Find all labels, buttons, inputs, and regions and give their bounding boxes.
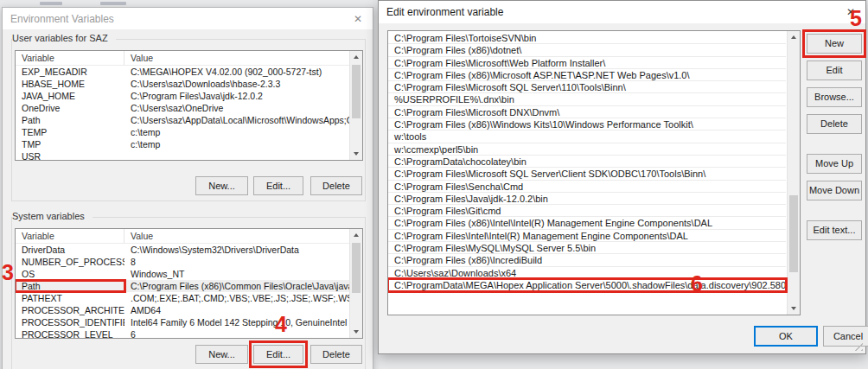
table-row[interactable]: NUMBER_OF_PROCESSORS 8	[16, 256, 362, 268]
edit-environment-variable-dialog: Edit environment variable ✕ C:\Program F…	[378, 0, 866, 354]
system-variables-table: Variable Value DriverData C:\Windows\Sys…	[15, 228, 363, 339]
annotation-step-6: 6	[691, 271, 703, 296]
table-row[interactable]: PATHEXT .COM;.EXE;.BAT;.CMD;.VBS;.VBE;.J…	[16, 292, 362, 304]
variable-cell: PROCESSOR_LEVEL	[16, 329, 124, 339]
table-row[interactable]: DriverData C:\Windows\System32\Drivers\D…	[16, 244, 362, 256]
value-cell: C:\Program Files (x86)\Common Files\Orac…	[124, 281, 362, 291]
scrollbar[interactable]	[349, 229, 362, 338]
scrollbar-thumb[interactable]	[352, 243, 361, 293]
path-item[interactable]: C:\Program Files\Sencha\Cmd	[388, 181, 786, 193]
table-row[interactable]: PROCESSOR_ARCHITECTU... AMD64	[16, 304, 362, 316]
new-user-variable-button[interactable]: New...	[195, 176, 248, 195]
column-header-variable[interactable]: Variable	[16, 51, 124, 65]
table-row[interactable]: Path C:\Users\saz\AppData\Local\Microsof…	[16, 114, 362, 126]
variable-cell: EXP_MEGADIR	[16, 67, 124, 77]
value-cell: Intel64 Family 6 Model 142 Stepping 10, …	[124, 317, 362, 328]
value-cell: AMD64	[124, 305, 362, 315]
path-item[interactable]: C:\Program Files (x86)\IncrediBuild	[388, 254, 786, 266]
edit-system-variable-button[interactable]: Edit...	[253, 345, 303, 364]
value-cell: c:\temp	[124, 127, 362, 137]
table-row[interactable]: JAVA_HOME C:\Program Files\Java\jdk-12.0…	[16, 90, 362, 102]
scroll-up-icon[interactable]	[350, 229, 362, 241]
value-cell: Windows_NT	[124, 269, 362, 279]
value-cell: c:\temp	[124, 139, 362, 150]
variable-cell: OneDrive	[16, 103, 124, 113]
edit-button[interactable]: Edit	[807, 60, 862, 80]
scroll-up-icon[interactable]	[788, 31, 800, 43]
table-row[interactable]: EXP_MEGADIR C:\MEGA\HOPEX V4.02.00 (902_…	[16, 66, 362, 78]
scrollbar[interactable]	[787, 31, 800, 315]
table-row[interactable]: OneDrive C:\Users\saz\OneDrive	[16, 102, 362, 114]
path-item[interactable]: w:\tools	[388, 130, 786, 143]
value-cell: .COM;.EXE;.BAT;.CMD;.VBS;.VBE;.JS;.JSE;.…	[124, 293, 362, 303]
table-row[interactable]: USR	[16, 150, 362, 161]
variable-cell: NUMBER_OF_PROCESSORS	[16, 257, 124, 267]
table-header: Variable Value	[16, 229, 362, 244]
new-system-variable-button[interactable]: New...	[195, 345, 248, 364]
path-item[interactable]: C:\Program Files\Intel\Intel(R) Manageme…	[388, 230, 786, 242]
delete-system-variable-button[interactable]: Delete	[310, 345, 362, 364]
path-item[interactable]: C:\Program Files\TortoiseSVN\bin	[388, 32, 786, 44]
scrollbar-thumb[interactable]	[789, 195, 798, 272]
table-row[interactable]: Path C:\Program Files (x86)\Common Files…	[16, 280, 362, 292]
annotation-step-5: 5	[850, 6, 862, 31]
column-header-value[interactable]: Value	[124, 229, 362, 243]
delete-button[interactable]: Delete	[807, 114, 862, 134]
edit-text-button[interactable]: Edit text...	[807, 220, 862, 240]
variable-cell: PROCESSOR_ARCHITECTU...	[16, 305, 124, 315]
variable-cell: JAVA_HOME	[16, 91, 124, 101]
table-row[interactable]: TMP c:\temp	[16, 138, 362, 150]
move-up-button[interactable]: Move Up	[807, 154, 862, 174]
path-item[interactable]: C:\Program Files\Java\jdk-12.0.2\bin	[388, 193, 786, 205]
edit-user-variable-button[interactable]: Edit...	[253, 176, 303, 195]
table-row[interactable]: PROCESSOR_IDENTIFIER Intel64 Family 6 Mo…	[16, 316, 362, 328]
close-icon[interactable]: ✕	[343, 13, 373, 25]
variable-cell: HBASE_HOME	[16, 79, 124, 89]
path-item[interactable]: C:\Program Files (x86)\dotnet\	[388, 44, 786, 56]
path-item[interactable]: C:\Program Files\Git\cmd	[388, 205, 786, 217]
value-cell: 8	[124, 257, 362, 267]
path-item[interactable]: w:\ccmexp\perl5\bin	[388, 143, 786, 156]
scrollbar[interactable]	[349, 51, 362, 160]
path-item[interactable]: %USERPROFILE%\.dnx\bin	[388, 93, 786, 105]
scroll-down-icon[interactable]	[350, 148, 362, 160]
path-item[interactable]: C:\Program Files\Microsoft SQL Server\Cl…	[388, 168, 786, 180]
value-cell: C:\Program Files\Java\jdk-12.0.2	[124, 91, 362, 101]
path-item[interactable]: C:\Program Files (x86)\Windows Kits\10\W…	[388, 118, 786, 130]
delete-user-variable-button[interactable]: Delete	[310, 176, 362, 195]
path-item[interactable]: C:\ProgramData\MEGA\Hopex Application Se…	[388, 279, 786, 291]
new-button[interactable]: New	[807, 34, 862, 54]
path-item[interactable]: C:\Program Files (x86)\Intel\Intel(R) Ma…	[388, 217, 786, 229]
column-header-value[interactable]: Value	[124, 51, 362, 65]
table-row[interactable]: PROCESSOR_LEVEL 6	[16, 328, 362, 339]
path-item[interactable]: C:\Program Files\Microsoft SQL Server\11…	[388, 81, 786, 93]
column-header-variable[interactable]: Variable	[16, 229, 124, 243]
background-window-fragment	[40, 2, 62, 5]
table-row[interactable]: OS Windows_NT	[16, 268, 362, 280]
annotation-step-4: 4	[275, 312, 287, 337]
value-cell: C:\Users\saz\AppData\Local\Microsoft\Win…	[124, 115, 362, 125]
path-item[interactable]: C:\Program Files (x86)\Microsoft ASP.NET…	[388, 69, 786, 81]
path-item[interactable]: C:\ProgramData\chocolatey\bin	[388, 156, 786, 168]
path-item[interactable]: C:\Program Files\Microsoft DNX\Dnvm\	[388, 106, 786, 118]
environment-variables-dialog: Environment Variables ✕ User variables f…	[2, 7, 373, 369]
path-item[interactable]: C:\Users\saz\Downloads\x64	[388, 267, 786, 279]
ok-button[interactable]: OK	[754, 326, 818, 347]
variable-cell: Path	[16, 281, 124, 291]
table-row[interactable]: HBASE_HOME C:\Users\saz\Downloads\hbase-…	[16, 78, 362, 90]
user-variables-group: User variables for SAZ Variable Value EX…	[11, 39, 366, 201]
value-cell: C:\Windows\System32\Drivers\DriverData	[124, 245, 362, 255]
scroll-up-icon[interactable]	[350, 51, 362, 63]
table-row[interactable]: TEMP c:\temp	[16, 126, 362, 138]
variable-cell: TMP	[16, 139, 124, 150]
scrollbar-thumb[interactable]	[352, 65, 361, 118]
move-down-button[interactable]: Move Down	[807, 181, 862, 200]
annotation-step-3: 3	[2, 260, 14, 285]
scroll-down-icon[interactable]	[788, 302, 800, 315]
scroll-down-icon[interactable]	[350, 326, 362, 338]
path-item[interactable]: C:\Program Files\Microsoft\Web Platform …	[388, 57, 786, 69]
user-variables-table: Variable Value EXP_MEGADIR C:\MEGA\HOPEX…	[15, 50, 363, 161]
path-item[interactable]: C:\Program Files\MySQL\MySQL Server 5.5\…	[388, 242, 786, 254]
path-list: C:\Program Files\TortoiseSVN\bin C:\Prog…	[387, 30, 801, 315]
browse-button[interactable]: Browse...	[807, 87, 862, 107]
